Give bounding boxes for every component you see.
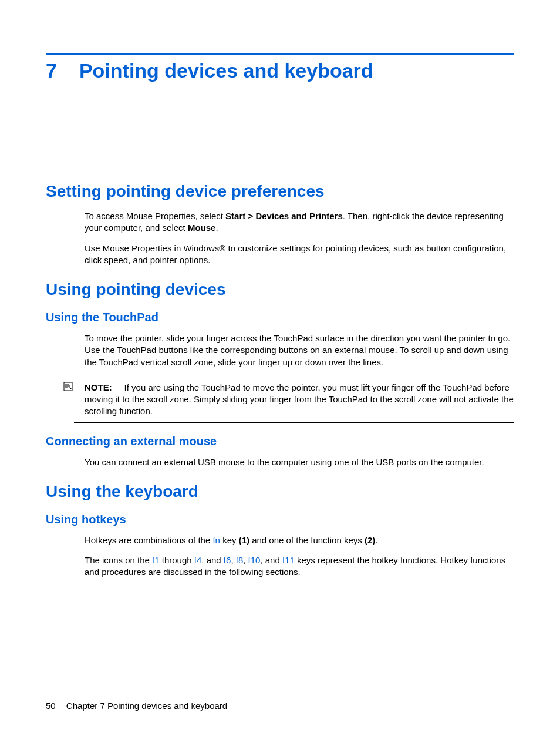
text: Hotkeys are combinations of the (85, 535, 212, 545)
page-number: 50 (46, 701, 56, 711)
chapter-title-text: Pointing devices and keyboard (79, 59, 373, 82)
key-f6: f6 (224, 555, 231, 565)
text: and one of the function keys (249, 535, 365, 545)
chapter-title: 7 Pointing devices and keyboard (46, 59, 514, 82)
paragraph: You can connect an external USB mouse to… (85, 456, 514, 468)
text: , (231, 555, 235, 565)
section-heading-preferences: Setting pointing device preferences (46, 182, 514, 201)
section-heading-keyboard: Using the keyboard (46, 482, 514, 501)
text: , and (201, 555, 224, 565)
text: . (215, 223, 218, 233)
key-f4: f4 (194, 555, 202, 565)
paragraph: Hotkeys are combinations of the fn key (… (85, 535, 514, 546)
text: key (220, 535, 239, 545)
key-f8: f8 (236, 555, 244, 565)
text: To access Mouse Properties, select (85, 211, 225, 221)
note-icon (63, 382, 73, 394)
key-f11: f11 (282, 555, 295, 565)
subsection-heading-touchpad: Using the TouchPad (46, 311, 514, 324)
chapter-number: 7 (46, 59, 57, 82)
key-f1: f1 (152, 555, 160, 565)
page-footer: 50 Chapter 7 Pointing devices and keyboa… (46, 701, 227, 711)
callout-number: (2) (365, 535, 375, 545)
section-heading-pointing-devices: Using pointing devices (46, 280, 514, 299)
key-f10: f10 (248, 555, 261, 565)
note-label: NOTE: (85, 382, 112, 392)
note-body: If you are using the TouchPad to move th… (85, 382, 514, 416)
callout-number: (1) (239, 535, 249, 545)
paragraph: To move the pointer, slide your finger a… (85, 332, 514, 368)
paragraph: Use Mouse Properties in Windows® to cust… (85, 243, 514, 267)
text: through (160, 555, 194, 565)
menu-path: Start > Devices and Printers (225, 211, 343, 221)
paragraph: To access Mouse Properties, select Start… (85, 210, 514, 234)
subsection-heading-hotkeys: Using hotkeys (46, 513, 514, 526)
key-fn: fn (212, 535, 220, 545)
text: , and (260, 555, 282, 565)
text: The icons on the (85, 555, 152, 565)
paragraph: The icons on the f1 through f4, and f6, … (85, 555, 514, 579)
chapter-rule (46, 53, 514, 55)
subsection-heading-external-mouse: Connecting an external mouse (46, 435, 514, 448)
footer-chapter-label: Chapter 7 Pointing devices and keyboard (66, 701, 227, 711)
menu-item: Mouse (188, 223, 216, 233)
text: , (243, 555, 248, 565)
text: . (375, 535, 377, 545)
note-block: NOTE: If you are using the TouchPad to m… (74, 377, 514, 423)
